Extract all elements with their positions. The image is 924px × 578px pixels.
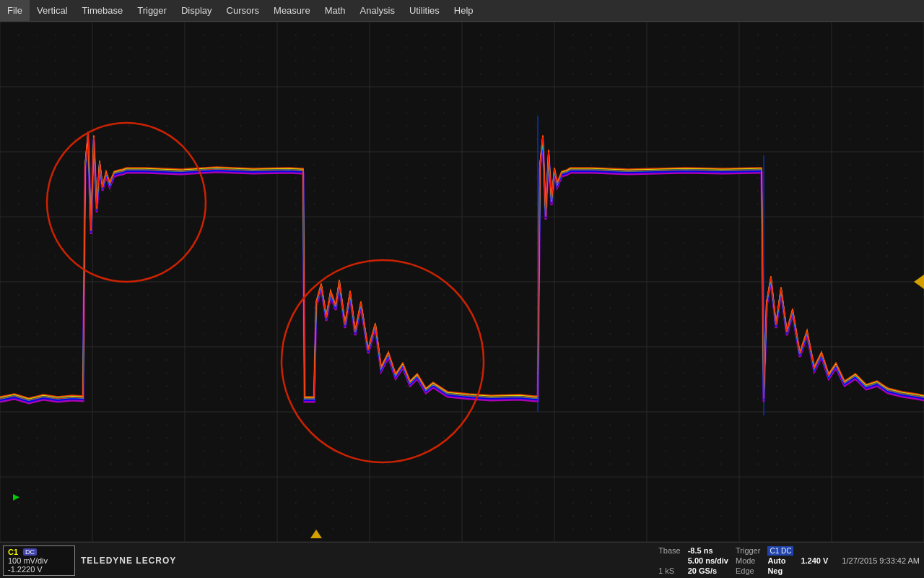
channel-info-box: C1 DC 100 mV/div -1.2220 V bbox=[3, 545, 75, 576]
channel-dc-badge: DC bbox=[23, 548, 37, 556]
samples-label: 1 kS bbox=[655, 566, 684, 576]
annotation-circle-1 bbox=[47, 123, 206, 282]
menu-vertical[interactable]: Vertical bbox=[30, 0, 75, 21]
menu-timebase[interactable]: Timebase bbox=[75, 0, 131, 21]
menu-help[interactable]: Help bbox=[447, 0, 481, 21]
tbase-per-div: 5.00 ns/div bbox=[684, 556, 732, 566]
trigger-mode-label: Mode bbox=[732, 556, 764, 566]
trigger-level-val: 1.240 V bbox=[797, 556, 832, 566]
menu-measure[interactable]: Measure bbox=[266, 0, 318, 21]
trigger-type-label: Edge bbox=[732, 566, 764, 576]
timebase-marker bbox=[310, 530, 322, 538]
menu-analysis[interactable]: Analysis bbox=[353, 0, 402, 21]
channel-volts-per-div: 100 mV/div bbox=[8, 556, 70, 565]
trigger-mode-val: Auto bbox=[764, 556, 797, 566]
status-bar: C1 DC 100 mV/div -1.2220 V TELEDYNE LECR… bbox=[0, 542, 924, 578]
channel-label: C1 bbox=[8, 548, 18, 556]
menu-file[interactable]: File bbox=[0, 0, 30, 21]
trigger-level-arrow bbox=[914, 275, 924, 289]
right-info-panel: Tbase -8.5 ns Trigger C1 DC 5.00 ns/div … bbox=[655, 545, 924, 576]
timebase-trigger-table: Tbase -8.5 ns Trigger C1 DC 5.00 ns/div … bbox=[655, 545, 832, 576]
trigger-slope: Neg bbox=[764, 566, 797, 576]
menu-trigger[interactable]: Trigger bbox=[130, 0, 174, 21]
ground-level-marker: ▸ bbox=[13, 488, 19, 504]
menu-cursors[interactable]: Cursors bbox=[219, 0, 267, 21]
annotation-circle-2 bbox=[282, 260, 484, 462]
menubar: File Vertical Timebase Trigger Display C… bbox=[0, 0, 924, 22]
datetime-display: 1/27/2015 9:33:42 AM bbox=[842, 556, 920, 565]
tbase-label: Tbase bbox=[655, 545, 684, 556]
menu-utilities[interactable]: Utilities bbox=[402, 0, 447, 21]
sample-rate: 20 GS/s bbox=[684, 566, 732, 576]
channel-offset: -1.2220 V bbox=[8, 565, 70, 574]
scope-display: ▸ bbox=[0, 22, 924, 542]
menu-math[interactable]: Math bbox=[318, 0, 353, 21]
trigger-label: Trigger bbox=[732, 545, 764, 556]
waveform-svg bbox=[0, 22, 924, 542]
brand-label: TELEDYNE LECROY bbox=[81, 556, 176, 566]
trigger-channel-badge: C1 DC bbox=[767, 546, 793, 556]
menu-display[interactable]: Display bbox=[174, 0, 219, 21]
tbase-offset: -8.5 ns bbox=[684, 545, 732, 556]
svg-rect-0 bbox=[0, 22, 924, 506]
